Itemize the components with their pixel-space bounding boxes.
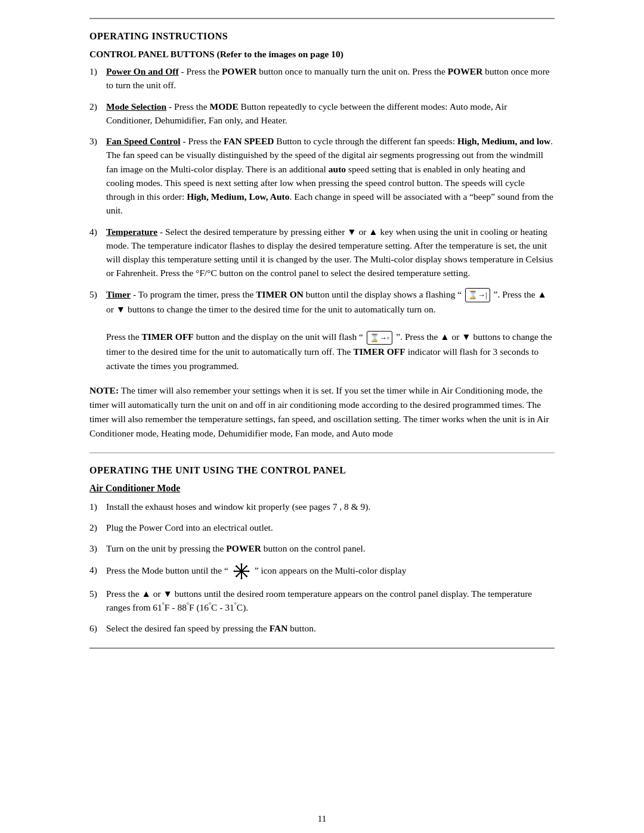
svg-point-4 xyxy=(240,563,242,565)
top-divider xyxy=(89,18,555,19)
subsection-title: Air Conditioner Mode xyxy=(89,483,555,494)
list-item: 3) Turn on the unit by pressing the POWE… xyxy=(89,541,555,555)
item-label: Fan Speed Control xyxy=(106,136,181,146)
item-number: 3) xyxy=(89,541,106,555)
item-label: Temperature xyxy=(106,227,157,237)
item-label: Mode Selection xyxy=(106,101,166,112)
list-item: 1) Install the exhaust hoses and window … xyxy=(89,500,555,513)
item-content: Timer - To program the timer, press the … xyxy=(106,287,555,373)
item-number: 4) xyxy=(89,563,106,577)
item-number: 6) xyxy=(89,621,106,635)
bottom-divider xyxy=(89,648,555,649)
list-item: 4) Temperature - Select the desired temp… xyxy=(89,225,555,280)
operating-unit-section: OPERATING THE UNIT USING THE CONTROL PAN… xyxy=(89,465,555,636)
item-number: 4) xyxy=(89,225,106,239)
ac-mode-list: 1) Install the exhaust hoses and window … xyxy=(89,500,555,636)
list-item: 5) Press the ▲ or ▼ buttons until the de… xyxy=(89,587,555,615)
list-item: 1) Power On and Off - Press the POWER bu… xyxy=(89,64,555,92)
list-item: 2) Plug the Power Cord into an electrica… xyxy=(89,521,555,534)
list-item: 4) Press the Mode button until the “ xyxy=(89,563,555,580)
list-item: 2) Mode Selection - Press the MODE Butto… xyxy=(89,100,555,128)
item-number: 5) xyxy=(89,287,106,301)
item-content: Install the exhaust hoses and window kit… xyxy=(106,500,555,513)
timer-off-symbol: ⌛→◦ xyxy=(367,331,393,345)
page-footer: 11 xyxy=(0,808,644,833)
list-item: 5) Timer - To program the timer, press t… xyxy=(89,287,555,373)
item-number: 1) xyxy=(89,500,106,513)
item-number: 1) xyxy=(89,64,106,78)
note-prefix: NOTE: xyxy=(89,385,119,395)
item-label: Power On and Off xyxy=(106,66,179,76)
list-item: 6) Select the desired fan speed by press… xyxy=(89,621,555,635)
item-content: Power On and Off - Press the POWER butto… xyxy=(106,64,555,92)
snowflake-icon xyxy=(233,563,250,580)
item-number: 2) xyxy=(89,100,106,113)
svg-point-9 xyxy=(246,575,247,577)
item-number: 2) xyxy=(89,521,106,534)
section2-title: OPERATING THE UNIT USING THE CONTROL PAN… xyxy=(89,465,555,476)
item-content: Turn on the unit by pressing the POWER b… xyxy=(106,541,555,555)
svg-point-5 xyxy=(240,577,242,579)
list-item: 3) Fan Speed Control - Press the FAN SPE… xyxy=(89,134,555,218)
section1-title: OPERATING INSTRUCTIONS xyxy=(89,31,555,42)
item-content: Press the Mode button until the “ xyxy=(106,563,555,580)
svg-point-8 xyxy=(236,565,237,567)
item-content: Select the desired fan speed by pressing… xyxy=(106,621,555,635)
control-panel-heading: CONTROL PANEL BUTTONS (Refer to the imag… xyxy=(89,49,555,60)
item-content: Fan Speed Control - Press the FAN SPEED … xyxy=(106,134,555,218)
item-content: Temperature - Select the desired tempera… xyxy=(106,225,555,280)
item-content: Plug the Power Cord into an electrical o… xyxy=(106,521,555,534)
svg-point-10 xyxy=(246,565,247,567)
middle-divider xyxy=(89,453,555,453)
operating-instructions-section: OPERATING INSTRUCTIONS CONTROL PANEL BUT… xyxy=(89,31,555,441)
note-text: The timer will also remember your settin… xyxy=(89,385,549,438)
svg-point-6 xyxy=(233,570,235,572)
item-number: 5) xyxy=(89,587,106,600)
item-content: Press the ▲ or ▼ buttons until the desir… xyxy=(106,587,555,615)
note-block: NOTE: The timer will also remember your … xyxy=(89,383,555,441)
timer-on-symbol: ⌛→| xyxy=(465,288,490,302)
page-number: 11 xyxy=(318,814,326,823)
instructions-list: 1) Power On and Off - Press the POWER bu… xyxy=(89,64,555,373)
svg-point-11 xyxy=(236,575,237,577)
item-label: Timer xyxy=(106,289,131,299)
snowflake-container xyxy=(233,563,250,580)
item-number: 3) xyxy=(89,134,106,148)
item-content: Mode Selection - Press the MODE Button r… xyxy=(106,100,555,128)
svg-point-7 xyxy=(247,570,249,572)
